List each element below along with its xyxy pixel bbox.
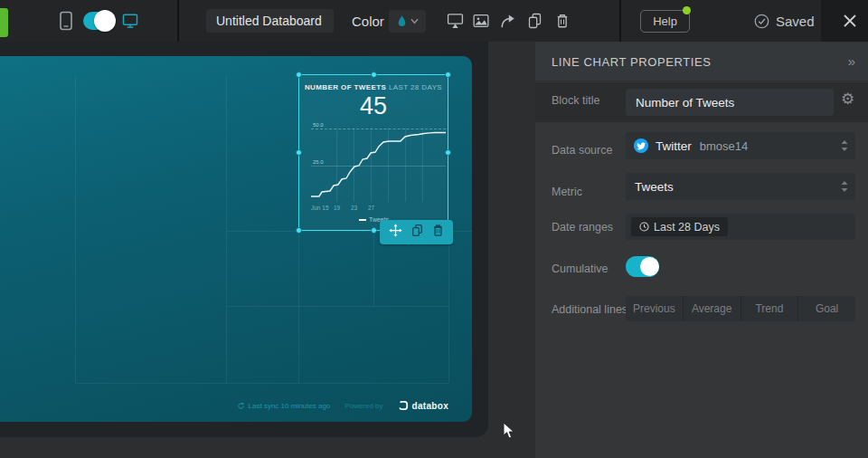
toggle-knob (640, 257, 659, 276)
delete-widget-icon[interactable] (432, 224, 444, 241)
widget-title: NUMBER OF TWEETS LAST 28 DAYS (299, 83, 448, 91)
data-source-name: Twitter (656, 139, 692, 153)
mobile-preview-icon[interactable] (58, 0, 74, 42)
resize-handle-e[interactable] (445, 149, 451, 156)
move-icon[interactable] (389, 224, 402, 241)
check-circle-icon (754, 14, 769, 29)
close-icon[interactable] (831, 0, 868, 42)
databox-editor: Color Help Saved (0, 0, 868, 458)
databox-logo: databox (398, 400, 448, 411)
databox-wordmark: databox (412, 401, 448, 411)
tweets-line-series (311, 120, 446, 202)
clock-icon (639, 222, 649, 232)
resize-handle-nw[interactable] (296, 72, 302, 78)
grid-line (226, 76, 227, 383)
mouse-cursor (503, 422, 514, 443)
date-ranges-field[interactable]: Last 28 Days (626, 214, 855, 240)
saved-label: Saved (776, 14, 815, 29)
databoard-frame: NUMBER OF TWEETS LAST 28 DAYS 45 50.0 25… (0, 42, 488, 437)
metric-value: Tweets (635, 180, 674, 194)
grid-line (373, 231, 374, 306)
line-chart-widget[interactable]: NUMBER OF TWEETS LAST 28 DAYS 45 50.0 25… (298, 74, 448, 231)
powered-by-label: Powered by (344, 402, 382, 410)
grid-line (75, 76, 76, 383)
present-mode-icon[interactable] (447, 0, 464, 42)
data-source-select[interactable]: Twitter bmose14 (626, 132, 855, 159)
grid-line (75, 383, 448, 384)
cumulative-toggle[interactable] (626, 256, 659, 277)
help-notification-dot (683, 6, 691, 14)
color-theme-select[interactable] (389, 10, 426, 33)
toolbar-divider (177, 0, 179, 42)
widget-date-range: LAST 28 DAYS (389, 83, 442, 91)
date-range-pill[interactable]: Last 28 Days (631, 217, 728, 236)
droplet-icon (396, 14, 408, 28)
grid-line (226, 306, 448, 307)
additional-line-goal[interactable]: Goal (798, 296, 855, 321)
data-source-label: Data source (552, 144, 612, 157)
databoard-title-input[interactable] (206, 9, 334, 33)
resize-handle-n[interactable] (371, 72, 377, 78)
block-title-label: Block title (552, 94, 600, 107)
panel-title: LINE CHART PROPERTIES (552, 55, 712, 69)
databoard-preview[interactable]: NUMBER OF TWEETS LAST 28 DAYS 45 50.0 25… (0, 56, 472, 422)
date-ranges-label: Date ranges (552, 221, 613, 234)
editor-canvas: NUMBER OF TWEETS LAST 28 DAYS 45 50.0 25… (0, 42, 535, 458)
snapshot-icon[interactable] (473, 0, 489, 42)
legend-swatch (359, 219, 366, 221)
twitter-icon (633, 138, 649, 154)
color-label: Color (352, 0, 384, 42)
toggle-knob (94, 10, 116, 32)
x-tick: 19 (334, 205, 340, 211)
additional-lines-label: Additional lines (552, 303, 627, 316)
desktop-preview-icon[interactable] (121, 0, 139, 42)
additional-line-previous[interactable]: Previous (626, 296, 684, 321)
grid-line (298, 231, 299, 383)
data-source-account: bmose14 (700, 139, 748, 153)
saved-status: Saved (754, 0, 815, 42)
stepper-icon (841, 140, 848, 151)
gear-icon[interactable]: ⚙ (841, 90, 854, 109)
board-footer: Last sync 10 minutes ago Powered by data… (237, 400, 448, 411)
widget-action-toolbar (380, 220, 453, 244)
sync-icon (237, 402, 245, 410)
grid-line (448, 231, 449, 383)
x-tick: 23 (351, 205, 357, 211)
device-toggle[interactable] (83, 0, 114, 42)
share-icon[interactable] (500, 0, 516, 42)
widget-current-value: 45 (299, 92, 448, 120)
duplicate-widget-icon[interactable] (411, 224, 423, 241)
top-toolbar: Color Help Saved (0, 0, 868, 42)
duplicate-icon[interactable] (527, 0, 542, 42)
additional-lines-group: Previous Average Trend Goal (626, 296, 855, 321)
x-tick: 27 (368, 205, 374, 211)
line-chart-plot: 50.0 25.0 (311, 120, 446, 202)
stepper-icon (841, 181, 848, 192)
properties-panel: LINE CHART PROPERTIES » Block title ⚙ Da… (535, 42, 868, 458)
delete-icon[interactable] (555, 0, 570, 42)
x-tick: Jun 15 (311, 205, 329, 211)
toolbar-divider (619, 0, 621, 42)
resize-handle-sw[interactable] (296, 227, 302, 234)
sidebar-edge-accent (0, 8, 8, 37)
resize-handle-s[interactable] (371, 227, 377, 234)
resize-handle-ne[interactable] (445, 72, 451, 78)
last-sync-status: Last sync 10 minutes ago (237, 402, 331, 410)
metric-label: Metric (552, 186, 582, 198)
chevron-down-icon (410, 18, 419, 24)
resize-handle-w[interactable] (296, 149, 302, 156)
help-button[interactable]: Help (640, 10, 690, 33)
collapse-panel-icon[interactable]: » (848, 42, 855, 80)
widget-title-text: NUMBER OF TWEETS (305, 83, 386, 91)
block-title-input[interactable] (626, 89, 834, 116)
cumulative-label: Cumulative (552, 262, 609, 275)
additional-line-trend[interactable]: Trend (741, 296, 799, 321)
databox-logo-icon (398, 400, 409, 411)
additional-line-average[interactable]: Average (684, 296, 741, 321)
metric-select[interactable]: Tweets (626, 173, 855, 200)
panel-header: LINE CHART PROPERTIES (535, 43, 868, 81)
